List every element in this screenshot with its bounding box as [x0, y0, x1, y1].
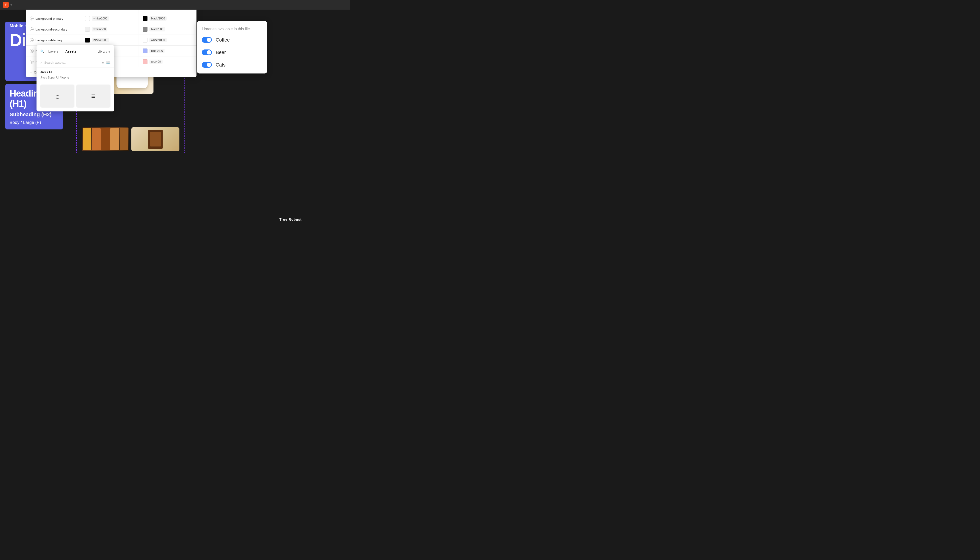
light-swatch — [85, 27, 90, 32]
libraries-panel: Libraries available in this file Coffee … — [197, 21, 267, 73]
menu-asset-tile[interactable]: ≡ — [77, 85, 110, 108]
table-row: ◎ background-tertiary black/1000 white/1… — [26, 35, 197, 46]
library-item-coffee: Coffee — [202, 37, 262, 43]
jives-subsection: Jives Super UI / Icons — [37, 76, 114, 83]
dark-swatch — [143, 59, 147, 64]
coffee-toggle[interactable] — [202, 37, 212, 43]
toggle-knob — [207, 50, 211, 55]
assets-panel: 🔍 Layers Assets Library ∨ ⌕ Search asset… — [37, 45, 114, 112]
search-controls: ≡ 📖 — [102, 60, 110, 65]
light-label: black/1000 — [92, 38, 109, 42]
variable-icon: ◎ — [30, 27, 33, 31]
list-view-icon[interactable]: ≡ — [102, 60, 104, 65]
tab-assets[interactable]: Assets — [63, 48, 79, 54]
jives-ui-title: Jives UI — [40, 70, 110, 74]
search-icon: ⌕ — [40, 61, 42, 65]
library-item-cats: Cats — [202, 62, 262, 68]
subsection-label: Jives Super UI / Icons — [40, 76, 110, 79]
dropdown-chevron-icon: ∨ — [108, 50, 110, 53]
photo-card-books — [82, 127, 129, 151]
row-dark-cell: blue /400 — [139, 46, 197, 56]
library-item-beer: Beer — [202, 50, 262, 55]
variable-icon: ◎ — [30, 17, 33, 20]
library-beer-name: Beer — [216, 50, 226, 55]
library-cats-name: Cats — [216, 62, 225, 68]
search-input[interactable]: Search assets... — [44, 61, 100, 64]
app-logo[interactable]: F — [3, 2, 8, 8]
beer-toggle[interactable] — [202, 50, 212, 55]
variable-icon: ◎ — [30, 38, 33, 42]
true-robust-label: True Robust — [279, 218, 302, 222]
subheading-style-label: Subheading (H2) — [10, 112, 58, 118]
cats-toggle[interactable] — [202, 62, 212, 68]
dark-swatch — [143, 38, 147, 43]
row-light-cell: white/1000 — [81, 13, 139, 24]
search-icon-sm: 🔍 — [40, 50, 45, 53]
libraries-panel-title: Libraries available in this file — [202, 27, 262, 31]
variable-icon: ◎ — [30, 49, 33, 53]
assets-search-bar: ⌕ Search assets... ≡ 📖 — [37, 58, 114, 67]
assets-section-jives: Jives UI — [37, 67, 114, 76]
dark-label: black/1000 — [149, 16, 167, 21]
dark-label: white/1000 — [149, 38, 167, 42]
table-row: ◎ background-primary white/1000 black/10… — [26, 13, 197, 24]
search-asset-icon: ⌕ — [55, 92, 60, 101]
row-name-cell: ◎ background-tertiary — [26, 35, 81, 45]
library-dropdown-label: Library — [98, 50, 107, 53]
dark-label: blue /400 — [149, 49, 165, 53]
toggle-knob — [207, 38, 211, 42]
photo-card-second-coffee — [132, 127, 180, 151]
variable-icon: ◎ — [30, 60, 33, 63]
toggle-knob — [207, 63, 211, 67]
topbar-chevron[interactable]: ∨ — [10, 3, 12, 7]
row-name-cell: ◎ background-secondary — [26, 24, 81, 35]
row-dark-cell: red/400 — [139, 57, 197, 67]
library-coffee-name: Coffee — [216, 37, 230, 43]
assets-header: 🔍 Layers Assets Library ∨ — [37, 45, 114, 58]
variable-name: background-secondary — [35, 28, 67, 31]
dark-swatch — [143, 16, 147, 21]
light-swatch — [85, 38, 90, 43]
body-style-label: Body / Large (P) — [10, 120, 58, 125]
dark-label: red/400 — [149, 60, 163, 64]
light-label: white/1000 — [92, 16, 109, 21]
menu-asset-icon: ≡ — [91, 92, 96, 101]
book-icon[interactable]: 📖 — [106, 60, 110, 65]
row-name-cell: ◎ background-primary — [26, 13, 81, 24]
row-dark-cell: black/500 — [139, 24, 197, 35]
row-dark-cell: white/1000 — [139, 35, 197, 45]
row-light-cell: white/500 — [81, 24, 139, 35]
variable-name: background-primary — [35, 17, 63, 20]
row-light-cell: black/1000 — [81, 35, 139, 45]
light-label: white/500 — [92, 27, 107, 32]
row-dark-cell: black/1000 — [139, 13, 197, 24]
search-asset-tile[interactable]: ⌕ — [40, 85, 75, 108]
plus-icon: + — [30, 70, 32, 75]
light-swatch — [85, 16, 90, 21]
library-dropdown[interactable]: Library ∨ — [98, 50, 110, 53]
subsection-bold: Icons — [62, 76, 69, 79]
assets-grid: ⌕ ≡ — [37, 83, 114, 112]
topbar: F ∨ — [0, 0, 350, 10]
dark-label: black/500 — [149, 27, 165, 32]
tab-layers[interactable]: Layers — [46, 48, 61, 54]
table-row: ◎ background-secondary white/500 black/5… — [26, 24, 197, 35]
tab-divider — [62, 50, 62, 53]
dark-swatch — [143, 48, 147, 53]
variable-name: background-tertiary — [35, 38, 62, 42]
logo-letter: F — [5, 3, 7, 7]
dark-swatch — [143, 27, 147, 32]
